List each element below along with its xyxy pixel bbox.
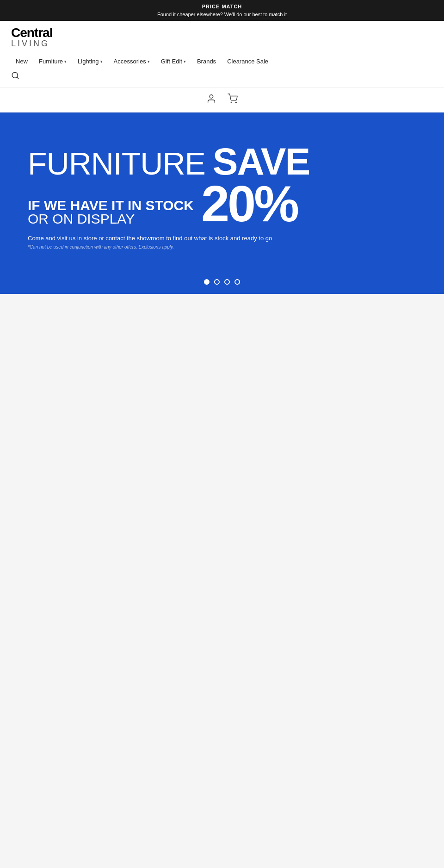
hero-if-stock-text: IF WE HAVE IT IN STOCK xyxy=(28,198,194,213)
hero-banner: FURNITURE SAVE IF WE HAVE IT IN STOCK OR… xyxy=(0,112,444,270)
search-button[interactable] xyxy=(11,71,19,82)
hero-display-text: OR ON DISPLAY xyxy=(28,211,194,226)
nav-item-lighting[interactable]: Lighting ▾ xyxy=(73,55,107,68)
content-area xyxy=(0,294,444,868)
user-icon xyxy=(206,94,216,104)
nav-item-new[interactable]: New xyxy=(11,55,32,68)
announcement-bar: PRICE MATCH Found it cheaper elsewhere? … xyxy=(0,0,444,21)
main-nav: New Furniture ▾ Lighting ▾ Accessories ▾… xyxy=(11,51,433,68)
gift-edit-chevron-icon: ▾ xyxy=(184,59,186,64)
accessories-chevron-icon: ▾ xyxy=(148,59,150,64)
announcement-title: PRICE MATCH xyxy=(9,3,435,11)
nav-item-gift-edit[interactable]: Gift Edit ▾ xyxy=(156,55,191,68)
svg-line-1 xyxy=(17,77,18,78)
hero-if-stock-col: IF WE HAVE IT IN STOCK OR ON DISPLAY xyxy=(28,198,194,226)
carousel-dot-2[interactable] xyxy=(214,279,220,285)
hero-subtitle: Come and visit us in store or contact th… xyxy=(28,235,416,242)
header: Central LIVING New Furniture ▾ Lighting … xyxy=(0,21,444,88)
hero-col-left: FURNITURE SAVE IF WE HAVE IT IN STOCK OR… xyxy=(28,143,309,226)
logo-living: LIVING xyxy=(11,39,52,48)
header-top: Central LIVING xyxy=(11,26,433,51)
logo[interactable]: Central LIVING xyxy=(11,26,52,48)
nav-item-furniture[interactable]: Furniture ▾ xyxy=(34,55,71,68)
nav-item-accessories[interactable]: Accessories ▾ xyxy=(109,55,154,68)
user-cart-row xyxy=(0,88,444,112)
announcement-subtitle: Found it cheaper elsewhere? We'll do our… xyxy=(9,11,435,19)
lighting-chevron-icon: ▾ xyxy=(100,59,103,64)
user-account-button[interactable] xyxy=(206,94,216,106)
nav-item-brands[interactable]: Brands xyxy=(192,55,221,68)
svg-point-3 xyxy=(231,102,232,103)
hero-percent-text: 20% xyxy=(201,181,297,226)
hero-second-row: IF WE HAVE IT IN STOCK OR ON DISPLAY 20% xyxy=(28,181,309,226)
logo-central: Central xyxy=(11,26,52,39)
hero-disclaimer: *Can not be used in conjunction with any… xyxy=(28,244,416,250)
hero-row1: FURNITURE SAVE IF WE HAVE IT IN STOCK OR… xyxy=(28,143,416,226)
carousel-dots xyxy=(0,270,444,294)
carousel-dot-4[interactable] xyxy=(234,279,240,285)
svg-point-4 xyxy=(235,102,236,103)
furniture-chevron-icon: ▾ xyxy=(64,59,67,64)
hero-content: FURNITURE SAVE IF WE HAVE IT IN STOCK OR… xyxy=(28,143,416,250)
cart-icon xyxy=(228,94,238,104)
cart-button[interactable] xyxy=(228,94,238,106)
carousel-dot-1[interactable] xyxy=(204,279,210,285)
svg-point-2 xyxy=(210,95,213,98)
search-row xyxy=(11,68,433,87)
hero-furniture-text: FURNITURE xyxy=(28,148,205,179)
carousel-dot-3[interactable] xyxy=(224,279,230,285)
search-icon xyxy=(11,71,19,80)
nav-item-clearance[interactable]: Clearance Sale xyxy=(222,55,273,68)
